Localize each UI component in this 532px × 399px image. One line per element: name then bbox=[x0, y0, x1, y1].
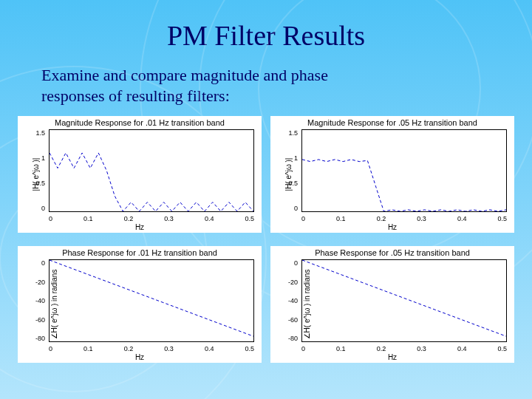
y-axis-label: ∠H( e^jω ) in radians bbox=[50, 270, 58, 340]
charts-grid: Magnitude Response for .01 Hz transition… bbox=[0, 116, 532, 370]
chart-title: Phase Response for .05 Hz transition ban… bbox=[270, 246, 514, 257]
plot-area bbox=[49, 259, 254, 342]
page-subtitle: Examine and compare magnitude and phase … bbox=[0, 65, 532, 116]
x-axis-label: Hz bbox=[388, 223, 397, 231]
y-ticks: 0-20-40-60-80 bbox=[270, 259, 300, 342]
page-title: PM Filter Results bbox=[0, 0, 532, 65]
y-ticks: 1.510.50 bbox=[270, 129, 300, 212]
plot-area bbox=[49, 129, 254, 212]
y-ticks: 0-20-40-60-80 bbox=[18, 259, 47, 342]
x-ticks: 00.10.20.30.40.5 bbox=[49, 215, 254, 222]
chart-title: Magnitude Response for .05 Hz transition… bbox=[270, 116, 514, 127]
chart-phase-05: Phase Response for .05 Hz transition ban… bbox=[270, 246, 514, 363]
chart-magnitude-01: Magnitude Response for .01 Hz transition… bbox=[18, 116, 262, 233]
plot-area bbox=[301, 129, 507, 212]
x-axis-label: Hz bbox=[135, 353, 144, 361]
x-axis-label: Hz bbox=[388, 353, 397, 361]
chart-title: Magnitude Response for .01 Hz transition… bbox=[18, 116, 262, 127]
chart-magnitude-05: Magnitude Response for .05 Hz transition… bbox=[270, 116, 514, 233]
x-ticks: 00.10.20.30.40.5 bbox=[49, 345, 254, 352]
x-ticks: 00.10.20.30.40.5 bbox=[301, 215, 507, 222]
y-ticks: 1.510.50 bbox=[18, 129, 47, 212]
plot-area bbox=[301, 259, 507, 342]
subtitle-line1: Examine and compare magnitude and phase bbox=[41, 66, 328, 84]
x-axis-label: Hz bbox=[135, 223, 144, 231]
chart-phase-01: Phase Response for .01 Hz transition ban… bbox=[18, 246, 262, 363]
y-axis-label: ∠H( e^jω ) in radians bbox=[303, 270, 311, 340]
x-ticks: 00.10.20.30.40.5 bbox=[301, 345, 507, 352]
subtitle-line2: responses of resulting filters: bbox=[41, 86, 230, 105]
chart-title: Phase Response for .01 Hz transition ban… bbox=[18, 246, 262, 257]
